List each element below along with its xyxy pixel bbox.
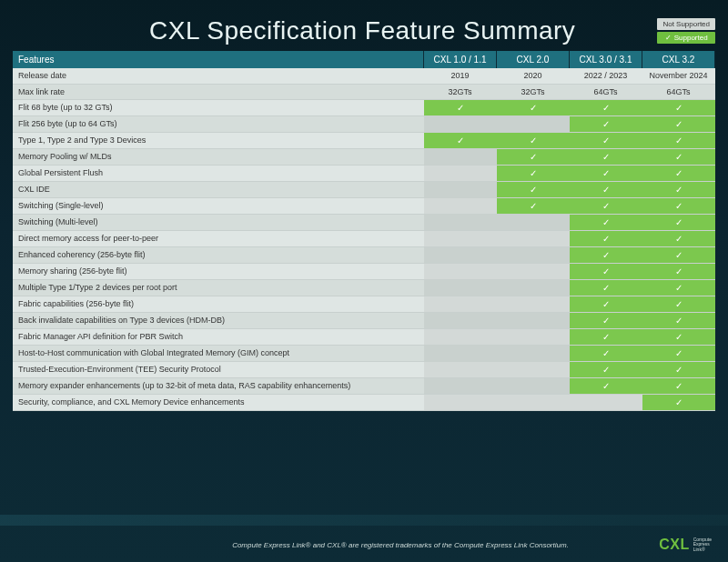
check-icon: ✓	[675, 397, 682, 407]
feature-cell	[497, 279, 570, 296]
feature-cell: ✓	[497, 181, 570, 197]
feature-cell: ✓	[642, 263, 715, 279]
table-row: Back invalidate capabilities on Type 3 d…	[13, 312, 715, 328]
check-icon: ✓	[602, 381, 610, 391]
table-row: Security, compliance, and CXL Memory Dev…	[13, 394, 715, 410]
feature-cell: 64GTs	[642, 84, 715, 99]
feature-cell: ✓	[570, 296, 642, 312]
feature-cell: ✓	[642, 312, 715, 328]
check-icon: ✓	[602, 103, 610, 113]
feature-cell: ✓	[570, 214, 642, 230]
feature-cell: ✓	[570, 165, 642, 181]
feature-label: Fabric Manager API definition for PBR Sw…	[13, 328, 424, 345]
feature-cell	[424, 328, 497, 345]
check-icon: ✓	[675, 381, 682, 391]
feature-cell: ✓	[497, 197, 570, 214]
feature-cell	[497, 214, 570, 230]
check-icon: ✓	[530, 201, 537, 211]
check-icon: ✓	[530, 103, 537, 113]
feature-cell: ✓	[642, 328, 715, 345]
check-icon: ✓	[675, 266, 682, 276]
check-icon: ✓	[675, 185, 682, 195]
table-row: Multiple Type 1/Type 2 devices per root …	[13, 279, 715, 296]
feature-cell: ✓	[642, 394, 715, 410]
table-row: CXL IDE✓✓✓	[13, 181, 715, 197]
feature-cell: ✓	[570, 132, 642, 148]
feature-cell	[424, 279, 497, 296]
legend: Not Supported ✓ Supported	[657, 18, 715, 44]
feature-cell: ✓	[642, 230, 715, 246]
feature-cell: ✓	[570, 230, 642, 246]
table-row: Switching (Multi-level)✓✓	[13, 214, 715, 230]
check-icon: ✓	[602, 316, 610, 326]
check-icon: ✓	[675, 152, 682, 162]
legend-supported-label: Supported	[674, 34, 708, 42]
feature-label: Switching (Multi-level)	[13, 214, 424, 230]
check-icon: ✓	[457, 135, 464, 146]
check-icon: ✓	[602, 332, 610, 342]
feature-cell: ✓	[570, 181, 642, 197]
feature-label: Trusted-Execution-Environment (TEE) Secu…	[13, 361, 424, 377]
feature-cell: ✓	[570, 148, 642, 165]
check-icon: ✓	[530, 185, 537, 195]
feature-cell: ✓	[642, 132, 715, 148]
feature-label: Memory expander enhancements (up to 32-b…	[13, 377, 424, 394]
check-icon: ✓	[675, 201, 682, 211]
check-icon: ✓	[602, 119, 610, 129]
check-icon: ✓	[602, 283, 610, 293]
header: CXL Specification Feature Summary Not Su…	[13, 16, 715, 45]
feature-cell: ✓	[570, 115, 642, 132]
check-icon: ✓	[457, 103, 464, 113]
feature-cell	[424, 148, 497, 165]
table-row: Enhanced coherency (256-byte flit)✓✓	[13, 246, 715, 263]
feature-table: Features CXL 1.0 / 1.1 CXL 2.0 CXL 3.0 /…	[13, 51, 715, 411]
feature-cell	[497, 312, 570, 328]
feature-cell: ✓	[424, 99, 497, 115]
feature-cell: ✓	[570, 99, 642, 115]
feature-cell: ✓	[642, 345, 715, 361]
table-row: Memory sharing (256-byte flit)✓✓	[13, 263, 715, 279]
check-icon: ✓	[530, 152, 537, 162]
feature-cell: 32GTs	[497, 84, 570, 99]
feature-cell: ✓	[424, 132, 497, 148]
feature-cell: ✓	[642, 296, 715, 312]
feature-cell	[497, 394, 570, 410]
feature-label: CXL IDE	[13, 181, 424, 197]
col-cxl30: CXL 3.0 / 3.1	[570, 51, 642, 68]
check-icon: ✓	[675, 234, 682, 244]
feature-cell	[424, 214, 497, 230]
feature-cell: ✓	[642, 165, 715, 181]
footer-text: Compute Express Link® and CXL® are regis…	[0, 541, 728, 549]
feature-cell: ✓	[570, 263, 642, 279]
feature-cell: ✓	[642, 279, 715, 296]
feature-cell	[497, 230, 570, 246]
table-row: Host-to-Host communication with Global I…	[13, 345, 715, 361]
feature-label: Back invalidate capabilities on Type 3 d…	[13, 312, 424, 328]
table-row: Fabric capabilities (256-byte flit)✓✓	[13, 296, 715, 312]
check-icon: ✓	[602, 135, 610, 146]
check-icon: ✓	[675, 283, 682, 293]
feature-label: Security, compliance, and CXL Memory Dev…	[13, 394, 424, 410]
feature-cell: ✓	[497, 165, 570, 181]
col-cxl32: CXL 3.2	[642, 51, 715, 68]
table-row: Max link rate32GTs32GTs64GTs64GTs	[13, 84, 715, 99]
feature-cell: ✓	[570, 197, 642, 214]
check-icon: ✓	[602, 348, 610, 358]
table-row: Type 1, Type 2 and Type 3 Devices✓✓✓✓	[13, 132, 715, 148]
feature-cell	[497, 115, 570, 132]
feature-cell: ✓	[642, 115, 715, 132]
feature-cell: ✓	[642, 377, 715, 394]
feature-cell: ✓	[642, 181, 715, 197]
feature-cell	[424, 345, 497, 361]
check-icon: ✓	[602, 152, 610, 162]
feature-cell	[424, 377, 497, 394]
check-icon: ✓	[602, 365, 610, 375]
col-features: Features	[13, 51, 424, 68]
table-row: Fabric Manager API definition for PBR Sw…	[13, 328, 715, 345]
feature-label: Global Persistent Flush	[13, 165, 424, 181]
check-icon: ✓	[602, 234, 610, 244]
check-icon: ✓	[675, 250, 682, 260]
feature-cell: ✓	[642, 99, 715, 115]
check-icon: ✓	[675, 316, 682, 326]
cxl-logo: CXL Compute Express Link®	[659, 537, 712, 553]
